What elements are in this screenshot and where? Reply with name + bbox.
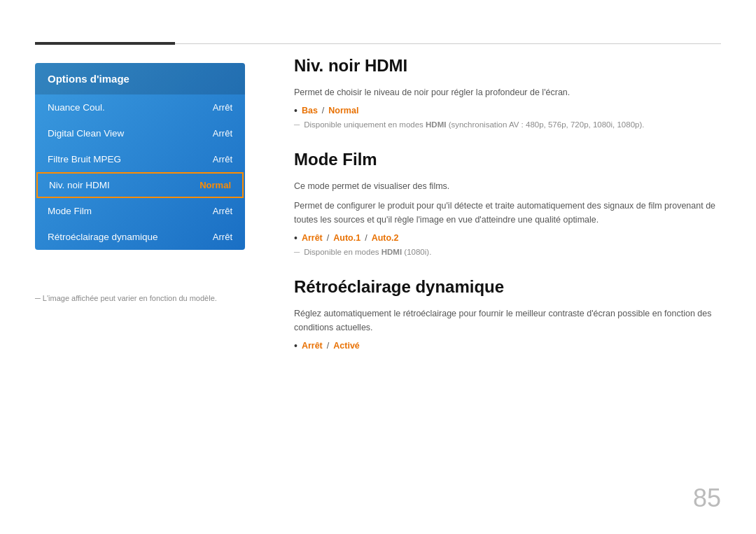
bullet-item-arret-auto: Arrêt / Auto.1 / Auto.2 bbox=[294, 232, 721, 244]
sidebar-item-digital-clean-view[interactable]: Digital Clean View Arrêt bbox=[35, 120, 245, 146]
sidebar-item-value: Arrêt bbox=[213, 206, 232, 216]
top-bar-accent bbox=[35, 42, 175, 45]
bullet-list-mode-film: Arrêt / Auto.1 / Auto.2 bbox=[294, 232, 721, 244]
option-auto1: Auto.1 bbox=[333, 233, 360, 243]
sidebar-item-value: Normal bbox=[200, 180, 231, 190]
bullet-item-arret-active: Arrêt / Activé bbox=[294, 340, 721, 351]
option-arret-retro: Arrêt bbox=[302, 341, 323, 351]
sidebar-item-nuance-coul[interactable]: Nuance Coul. Arrêt bbox=[35, 94, 245, 120]
option-normal: Normal bbox=[328, 106, 358, 115]
sidebar: Options d'image Nuance Coul. Arrêt Digit… bbox=[35, 63, 245, 250]
bullet-list-niv-noir-hdmi: Bas / Normal bbox=[294, 105, 721, 116]
sidebar-item-label: Niv. noir HDMI bbox=[49, 180, 110, 190]
sidebar-item-label: Mode Film bbox=[48, 206, 92, 216]
main-content: Niv. noir HDMI Permet de choisir le nive… bbox=[294, 56, 721, 372]
note-hdmi-bold2: HDMI bbox=[382, 248, 402, 256]
page-number: 85 bbox=[693, 484, 721, 513]
sidebar-item-value: Arrêt bbox=[213, 128, 232, 139]
section-desc-niv-noir-hdmi: Permet de choisir le niveau de noir pour… bbox=[294, 85, 721, 99]
option-active: Activé bbox=[333, 341, 360, 351]
section-title-retroeclairage: Rétroéclairage dynamique bbox=[294, 277, 721, 297]
section-niv-noir-hdmi: Niv. noir HDMI Permet de choisir le nive… bbox=[294, 56, 721, 129]
sidebar-item-mode-film[interactable]: Mode Film Arrêt bbox=[35, 198, 245, 224]
sidebar-item-value: Arrêt bbox=[213, 154, 232, 164]
top-bar bbox=[35, 42, 721, 45]
sidebar-item-value: Arrêt bbox=[213, 232, 232, 242]
sidebar-title: Options d'image bbox=[35, 63, 245, 94]
section-title-mode-film: Mode Film bbox=[294, 150, 721, 169]
sidebar-item-value: Arrêt bbox=[213, 102, 232, 113]
section-desc1-mode-film: Ce mode permet de visualiser des films. bbox=[294, 179, 721, 193]
bullet-item-bas-normal: Bas / Normal bbox=[294, 105, 721, 116]
sidebar-item-retroeclairage[interactable]: Rétroéclairage dynamique Arrêt bbox=[35, 224, 245, 250]
section-desc2-mode-film: Permet de configurer le produit pour qu'… bbox=[294, 199, 721, 227]
section-desc-retroeclairage: Réglez automatiquement le rétroéclairage… bbox=[294, 307, 721, 335]
note-mode-film: Disponible en modes HDMI (1080i). bbox=[294, 248, 721, 256]
sidebar-item-filtre-bruit[interactable]: Filtre Bruit MPEG Arrêt bbox=[35, 146, 245, 172]
option-auto2: Auto.2 bbox=[372, 233, 399, 243]
option-arret: Arrêt bbox=[302, 233, 323, 243]
footnote: L'image affichée peut varier en fonction… bbox=[35, 294, 217, 302]
note-niv-noir-hdmi: Disponible uniquement en modes HDMI (syn… bbox=[294, 120, 721, 129]
sidebar-item-label: Filtre Bruit MPEG bbox=[48, 154, 121, 164]
section-title-niv-noir-hdmi: Niv. noir HDMI bbox=[294, 56, 721, 76]
sidebar-item-label: Rétroéclairage dynamique bbox=[48, 232, 158, 242]
option-bas: Bas bbox=[302, 106, 318, 115]
section-retroeclairage: Rétroéclairage dynamique Réglez automati… bbox=[294, 277, 721, 351]
sidebar-item-niv-noir-hdmi[interactable]: Niv. noir HDMI Normal bbox=[36, 172, 244, 198]
note-hdmi-bold: HDMI bbox=[426, 120, 446, 129]
sidebar-item-label: Nuance Coul. bbox=[48, 102, 105, 113]
sidebar-item-label: Digital Clean View bbox=[48, 128, 124, 139]
bullet-list-retroeclairage: Arrêt / Activé bbox=[294, 340, 721, 351]
section-mode-film: Mode Film Ce mode permet de visualiser d… bbox=[294, 150, 721, 256]
top-bar-line bbox=[175, 43, 721, 44]
